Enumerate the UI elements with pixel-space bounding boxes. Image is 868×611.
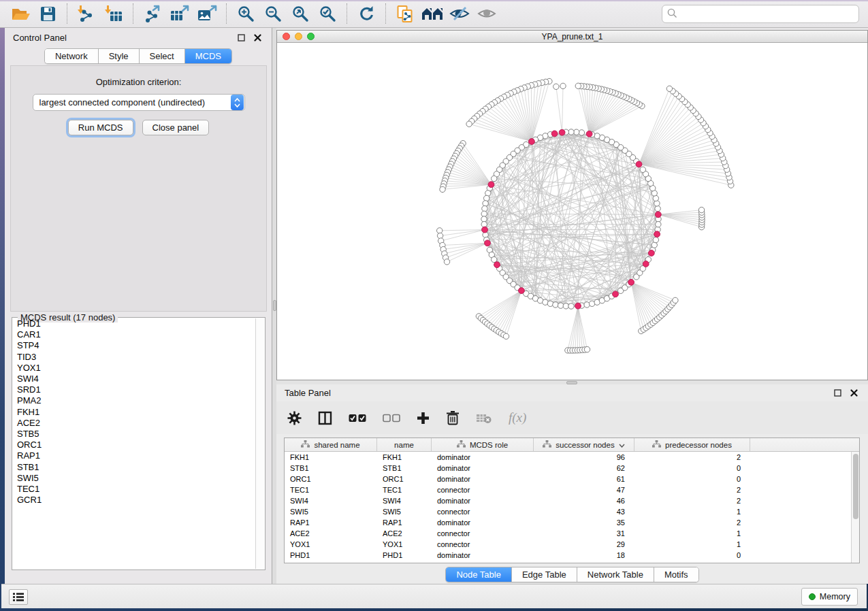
table-cell[interactable]: dominator xyxy=(432,551,534,559)
graph-node[interactable] xyxy=(574,129,579,135)
zoom-fit-icon[interactable] xyxy=(287,2,314,25)
graph-mcds-hub-node[interactable] xyxy=(613,291,619,297)
network-canvas[interactable] xyxy=(277,43,867,380)
hide-selected-icon[interactable] xyxy=(446,2,473,25)
table-tab-network-table[interactable]: Network Table xyxy=(577,567,654,582)
graph-node[interactable] xyxy=(653,237,658,242)
table-cell[interactable]: dominator xyxy=(432,453,534,461)
table-cell[interactable]: SWI5 xyxy=(285,508,377,516)
mcds-result-item[interactable]: STP4 xyxy=(13,340,255,351)
deselect-all-icon[interactable] xyxy=(383,414,400,423)
graph-mcds-hub-node[interactable] xyxy=(575,303,581,309)
table-cell[interactable]: 1 xyxy=(634,508,750,516)
graph-node[interactable] xyxy=(640,167,645,172)
open-session-icon[interactable] xyxy=(7,2,34,25)
table-tab-motifs[interactable]: Motifs xyxy=(654,567,698,582)
mcds-list-scrollbar[interactable] xyxy=(255,318,264,569)
graph-mcds-hub-node[interactable] xyxy=(628,279,634,285)
mcds-result-item[interactable]: TID3 xyxy=(13,352,255,363)
graph-node[interactable] xyxy=(553,302,558,308)
table-scrollbar-thumb[interactable] xyxy=(853,454,858,519)
import-table-icon[interactable] xyxy=(100,2,127,25)
graph-node[interactable] xyxy=(655,205,660,211)
table-row[interactable]: PHD1PHD1dominator180 xyxy=(285,550,851,561)
export-network-icon[interactable] xyxy=(139,2,166,25)
close-panel-button[interactable]: Close panel xyxy=(142,120,210,135)
memory-button[interactable]: Memory xyxy=(801,588,858,606)
table-cell[interactable]: PHD1 xyxy=(285,551,377,559)
table-cell[interactable]: RAP1 xyxy=(377,518,432,527)
graph-node[interactable] xyxy=(481,216,487,222)
table-cell[interactable]: ORC1 xyxy=(377,475,432,483)
graph-leaf-node[interactable] xyxy=(466,121,472,127)
table-cell[interactable]: 35 xyxy=(534,518,634,527)
graph-leaf-node[interactable] xyxy=(440,186,445,192)
zoom-out-icon[interactable] xyxy=(259,2,287,25)
graph-leaf-node[interactable] xyxy=(575,83,581,88)
table-cell[interactable]: connector xyxy=(432,486,534,494)
graph-leaf-node[interactable] xyxy=(673,297,678,303)
task-history-button[interactable] xyxy=(9,589,28,605)
graph-leaf-node[interactable] xyxy=(553,84,559,89)
graph-leaf-node[interactable] xyxy=(503,333,509,339)
table-cell[interactable]: STB1 xyxy=(377,464,432,472)
gear-icon[interactable] xyxy=(287,411,302,425)
table-cell[interactable]: 46 xyxy=(534,497,634,505)
copy-view-icon[interactable] xyxy=(391,2,419,25)
graph-leaf-node[interactable] xyxy=(444,259,449,265)
graph-node[interactable] xyxy=(547,301,553,306)
column-header-successor-nodes[interactable]: successor nodes xyxy=(534,438,634,451)
close-panel-icon[interactable] xyxy=(251,31,263,44)
table-cell[interactable]: ORC1 xyxy=(285,475,377,483)
graph-mcds-hub-node[interactable] xyxy=(643,261,649,267)
select-all-icon[interactable] xyxy=(349,414,366,423)
table-row[interactable]: ACE2ACE2connector311 xyxy=(285,528,851,539)
table-cell[interactable]: 29 xyxy=(534,540,634,548)
table-tab-edge-table[interactable]: Edge Table xyxy=(512,567,577,582)
refresh-icon[interactable] xyxy=(353,2,380,25)
graph-node[interactable] xyxy=(492,176,497,181)
table-cell[interactable]: 62 xyxy=(534,464,634,472)
graph-mcds-hub-node[interactable] xyxy=(559,129,565,135)
graph-mcds-hub-node[interactable] xyxy=(529,139,535,145)
graph-node[interactable] xyxy=(579,130,584,135)
columns-icon[interactable] xyxy=(318,411,332,425)
mcds-result-item[interactable]: ACE2 xyxy=(13,418,255,429)
table-cell[interactable]: 2 xyxy=(634,453,750,461)
mcds-result-item[interactable]: SWI4 xyxy=(13,374,255,384)
mcds-result-item[interactable]: FKH1 xyxy=(13,407,255,418)
mcds-result-item[interactable]: SRD1 xyxy=(13,384,255,395)
table-scrollbar[interactable] xyxy=(851,452,859,563)
graph-leaf-node[interactable] xyxy=(666,86,672,91)
table-cell[interactable]: 1 xyxy=(634,540,750,548)
graph-mcds-hub-node[interactable] xyxy=(551,131,558,137)
graph-leaf-node[interactable] xyxy=(584,346,590,352)
graph-node[interactable] xyxy=(654,201,660,206)
graph-mcds-hub-node[interactable] xyxy=(488,182,494,188)
table-cell[interactable]: SWI4 xyxy=(377,497,432,505)
delete-icon[interactable] xyxy=(446,410,460,425)
table-tab-node-table[interactable]: Node Table xyxy=(446,567,512,582)
table-row[interactable]: RAP1RAP1dominator352 xyxy=(285,517,851,528)
table-row[interactable]: TEC1TEC1connector472 xyxy=(285,484,851,495)
table-cell[interactable]: ACE2 xyxy=(377,529,432,538)
table-cell[interactable]: STB1 xyxy=(285,464,377,472)
tab-select[interactable]: Select xyxy=(140,49,185,63)
table-cell[interactable]: dominator xyxy=(432,497,534,505)
tab-style[interactable]: Style xyxy=(99,49,140,63)
table-cell[interactable]: SWI5 xyxy=(377,508,432,516)
float-panel-icon[interactable] xyxy=(235,31,247,44)
graph-node[interactable] xyxy=(656,222,661,227)
column-header-predecessor-nodes[interactable]: predecessor nodes xyxy=(634,438,750,451)
graph-mcds-hub-node[interactable] xyxy=(654,231,660,237)
table-cell[interactable]: 0 xyxy=(634,475,750,483)
mcds-result-item[interactable]: ORC1 xyxy=(13,440,255,450)
table-cell[interactable]: 0 xyxy=(634,551,750,559)
graph-mcds-hub-node[interactable] xyxy=(586,131,592,137)
add-icon[interactable] xyxy=(417,412,430,425)
graph-mcds-hub-node[interactable] xyxy=(519,288,525,294)
table-cell[interactable]: connector xyxy=(432,529,534,538)
graph-node[interactable] xyxy=(481,211,487,216)
graph-mcds-hub-node[interactable] xyxy=(655,212,661,218)
mcds-result-item[interactable]: TEC1 xyxy=(13,484,255,495)
